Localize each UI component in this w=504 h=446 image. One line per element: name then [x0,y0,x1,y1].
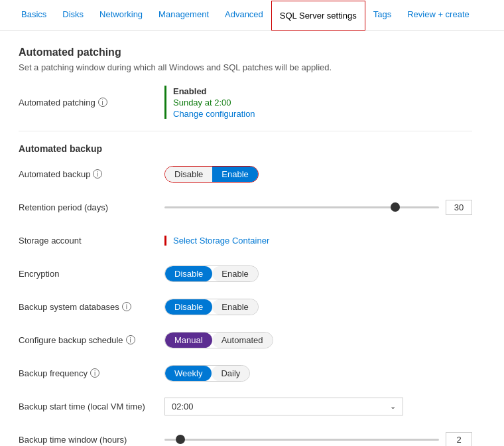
start-time-value: 02:00 ⌄ [164,398,472,415]
backup-system-value: Disable Enable [164,299,472,315]
storage-label: Storage account [19,236,164,246]
backup-label: Automated backup i [19,169,164,179]
start-time-dropdown[interactable]: 02:00 ⌄ [164,398,403,415]
time-window-label: Backup time window (hours) [19,435,164,445]
patching-section-desc: Set a patching window during which all W… [19,62,472,72]
retention-label: Retention period (days) [19,202,164,212]
encryption-disable-button[interactable]: Disable [165,266,212,281]
tab-basics[interactable]: Basics [13,0,54,30]
start-time-label: Backup start time (local VM time) [19,402,164,411]
backup-system-toggle-group: Disable Enable [164,299,259,315]
configure-automated-button[interactable]: Automated [212,333,273,348]
backup-system-row: Backup system databases i Disable Enable [19,296,472,317]
patching-status: Enabled Sunday at 2:00 Change configurat… [173,86,255,119]
frequency-daily-button[interactable]: Daily [212,366,249,381]
backup-info-icon[interactable]: i [93,169,102,179]
backup-frequency-label: Backup frequency i [19,368,164,378]
configure-info-icon[interactable]: i [126,335,135,344]
backup-system-enable-button[interactable]: Enable [212,299,257,315]
storage-value: Select Storage Container [164,236,472,246]
patching-label: Automated patching i [19,98,164,108]
retention-value-box: 30 [446,200,472,215]
patching-green-bar [164,86,166,119]
backup-system-label: Backup system databases i [19,302,164,312]
tab-disks[interactable]: Disks [54,0,92,30]
tab-sql-server-settings[interactable]: SQL Server settings [271,1,365,31]
retention-slider[interactable] [164,206,439,208]
patching-section-title: Automated patching [19,46,472,58]
main-content: Automated patching Set a patching window… [0,31,491,446]
backup-system-info-icon[interactable]: i [122,302,131,311]
time-window-slider-container: 2 [164,432,472,447]
storage-row: Storage account Select Storage Container [19,230,472,251]
tab-management[interactable]: Management [151,0,217,30]
retention-row: Retention period (days) 30 [19,196,472,218]
frequency-weekly-button[interactable]: Weekly [165,366,212,381]
storage-link[interactable]: Select Storage Container [164,236,269,246]
encryption-label: Encryption [19,269,164,279]
backup-toggle-group: Disable Enable [164,166,259,183]
backup-system-disable-button[interactable]: Disable [165,299,212,315]
frequency-info-icon[interactable]: i [90,368,99,378]
backup-disable-button[interactable]: Disable [165,167,212,182]
configure-backup-value: Manual Automated [164,332,472,348]
configure-backup-row: Configure backup schedule i Manual Autom… [19,329,472,350]
patching-value: Enabled Sunday at 2:00 Change configurat… [164,86,472,119]
encryption-value: Disable Enable [164,265,472,282]
backup-toggle-value: Disable Enable [164,166,472,183]
backup-enable-button[interactable]: Enable [212,167,257,182]
backup-frequency-value: Weekly Daily [164,365,472,382]
tab-networking[interactable]: Networking [92,0,151,30]
patching-row: Automated patching i Enabled Sunday at 2… [19,86,472,119]
retention-value: 30 [164,200,472,215]
time-window-value: 2 [164,432,472,447]
time-window-row: Backup time window (hours) 2 [19,429,472,446]
section-divider [19,131,472,131]
backup-toggle-row: Automated backup i Disable Enable [19,163,472,185]
configure-backup-toggle-group: Manual Automated [164,332,273,348]
backup-section-title: Automated backup [19,143,472,154]
tab-review-create[interactable]: Review + create [399,0,477,30]
tab-bar: Basics Disks Networking Management Advan… [0,0,504,31]
configure-backup-label: Configure backup schedule i [19,335,164,345]
backup-frequency-row: Backup frequency i Weekly Daily [19,362,472,384]
patching-change-link[interactable]: Change configuration [173,109,255,119]
time-window-value-box: 2 [446,432,472,447]
tab-tags[interactable]: Tags [365,0,399,30]
encryption-enable-button[interactable]: Enable [212,266,257,281]
automated-backup-section: Automated backup Automated backup i Disa… [19,143,472,446]
time-window-slider[interactable] [164,439,439,441]
start-time-text: 02:00 [172,402,194,411]
encryption-row: Encryption Disable Enable [19,263,472,284]
backup-frequency-toggle-group: Weekly Daily [164,365,250,382]
encryption-toggle-group: Disable Enable [164,265,259,282]
tab-advanced[interactable]: Advanced [217,0,271,30]
patching-info-icon[interactable]: i [98,98,107,107]
start-time-row: Backup start time (local VM time) 02:00 … [19,396,472,417]
retention-slider-container: 30 [164,200,472,215]
automated-patching-section: Automated patching Set a patching window… [19,46,472,119]
patching-enabled-text: Enabled [173,86,255,96]
dropdown-arrow-icon: ⌄ [390,402,396,411]
configure-manual-button[interactable]: Manual [165,333,212,348]
patching-schedule-text: Sunday at 2:00 [173,98,255,108]
